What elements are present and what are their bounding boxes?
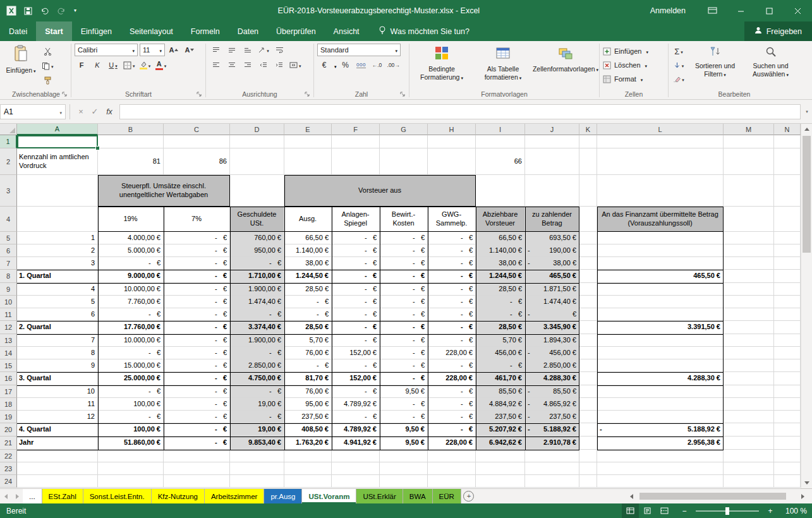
column-header-C[interactable]: C <box>164 124 230 135</box>
cell-N11[interactable] <box>774 308 801 321</box>
row-header-19[interactable]: 19 <box>0 411 17 423</box>
decrease-decimal-button[interactable] <box>386 59 401 71</box>
cell-I14[interactable]: 456,00 € <box>476 347 525 359</box>
row-header-21[interactable]: 21 <box>0 437 17 450</box>
cell-N24[interactable] <box>774 475 801 488</box>
cell-D17[interactable]: - € <box>230 385 284 398</box>
cell-N17[interactable] <box>774 385 801 398</box>
cell-E19[interactable]: 237,50 € <box>284 411 332 423</box>
cell-K19[interactable] <box>579 411 597 423</box>
cell-K3[interactable] <box>579 175 597 207</box>
cell-C6[interactable]: - € <box>164 244 230 257</box>
cell-G23[interactable] <box>380 462 428 475</box>
cell-N20[interactable] <box>774 423 801 437</box>
increase-indent-icon[interactable] <box>272 59 286 71</box>
cell-F23[interactable] <box>332 462 380 475</box>
copy-button[interactable] <box>40 59 55 72</box>
cell-A15[interactable]: 9 <box>17 359 98 372</box>
cell-D4[interactable]: Geschuldete USt. <box>230 207 284 232</box>
cell-A4[interactable] <box>17 207 98 232</box>
cell-M11[interactable] <box>724 308 774 321</box>
cell-N23[interactable] <box>774 462 801 475</box>
cell-M9[interactable] <box>724 283 774 296</box>
cell-E23[interactable] <box>284 462 332 475</box>
cell-I2[interactable]: 66 <box>476 148 525 175</box>
cell-A10[interactable]: 5 <box>17 296 98 308</box>
cell-F1[interactable] <box>332 135 380 148</box>
paste-button[interactable]: Einfügen <box>4 44 37 89</box>
merge-center-button[interactable] <box>288 59 303 71</box>
cell-J14[interactable]: -456,00 € <box>525 347 579 359</box>
cell-G1[interactable] <box>380 135 428 148</box>
decrease-font-size-button[interactable] <box>183 44 197 56</box>
cell-F20[interactable]: 4.789,92 € <box>332 423 380 437</box>
cell-H5[interactable]: - € <box>428 232 476 244</box>
cell-B24[interactable] <box>98 475 164 488</box>
cell-J6[interactable]: -190,00 € <box>525 244 579 257</box>
cell-C7[interactable]: - € <box>164 257 230 270</box>
cell-styles-button[interactable]: Zellenformatvorlagen <box>535 44 596 89</box>
cell-B7[interactable]: - € <box>98 257 164 270</box>
tell-me-box[interactable]: Was möchten Sie tun? <box>379 21 470 41</box>
cell-A17[interactable]: 10 <box>17 385 98 398</box>
cell-H10[interactable]: - € <box>428 296 476 308</box>
cell-H13[interactable]: - € <box>428 334 476 347</box>
sheet-tab-EÜR[interactable]: EÜR <box>433 489 461 503</box>
cell-L7[interactable] <box>597 257 724 270</box>
cell-H15[interactable]: - € <box>428 359 476 372</box>
cell-I18[interactable]: 4.884,92 € <box>476 398 525 411</box>
formula-input[interactable] <box>119 104 801 119</box>
cell-A9[interactable]: 4 <box>17 283 98 296</box>
cell-L22[interactable] <box>597 450 724 462</box>
cell-M15[interactable] <box>724 359 774 372</box>
align-center-icon[interactable] <box>225 59 239 71</box>
cell-J9[interactable]: 1.871,50 € <box>525 283 579 296</box>
cell-E1[interactable] <box>284 135 332 148</box>
column-header-K[interactable]: K <box>579 124 597 135</box>
cell-E2[interactable] <box>284 148 332 175</box>
cell-N19[interactable] <box>774 411 801 423</box>
row-header-9[interactable]: 9 <box>0 283 17 296</box>
cell-D21[interactable]: 9.853,40 € <box>230 437 284 450</box>
row-header-23[interactable]: 23 <box>0 462 17 475</box>
cell-J19[interactable]: -237,50 € <box>525 411 579 423</box>
column-header-B[interactable]: B <box>98 124 164 135</box>
cell-B12[interactable]: 17.760,00 € <box>98 321 164 334</box>
cell-N15[interactable] <box>774 359 801 372</box>
cell-E17[interactable]: 76,00 € <box>284 385 332 398</box>
cell-J21[interactable]: 2.910,78 € <box>525 437 579 450</box>
sheet-tab-Kfz-Nutzung[interactable]: Kfz-Nutzung <box>152 489 205 503</box>
cell-H24[interactable] <box>428 475 476 488</box>
cell-N10[interactable] <box>774 296 801 308</box>
cell-H17[interactable]: - € <box>428 385 476 398</box>
ribbon-tab-überprüfen[interactable]: Überprüfen <box>267 21 325 41</box>
cell-K24[interactable] <box>579 475 597 488</box>
cell-B17[interactable]: - € <box>98 385 164 398</box>
cell-G14[interactable]: - € <box>380 347 428 359</box>
cell-C10[interactable]: - € <box>164 296 230 308</box>
cell-G6[interactable]: - € <box>380 244 428 257</box>
cell-F22[interactable] <box>332 450 380 462</box>
cell-E11[interactable]: - € <box>284 308 332 321</box>
cell-F2[interactable] <box>332 148 380 175</box>
cell-I3[interactable] <box>476 175 525 207</box>
cell-G11[interactable]: - € <box>380 308 428 321</box>
cell-E12[interactable]: 28,50 € <box>284 321 332 334</box>
cell-G13[interactable]: - € <box>380 334 428 347</box>
cell-D14[interactable]: - € <box>230 347 284 359</box>
zoom-slider[interactable] <box>696 510 759 512</box>
cell-F15[interactable]: - € <box>332 359 380 372</box>
zoom-slider-thumb[interactable] <box>725 507 729 515</box>
bold-button[interactable]: F <box>75 59 88 71</box>
row-header-8[interactable]: 8 <box>0 270 17 283</box>
cell-M7[interactable] <box>724 257 774 270</box>
cell-L13[interactable] <box>597 334 724 347</box>
cell-D9[interactable]: 1.900,00 € <box>230 283 284 296</box>
cell-K5[interactable] <box>579 232 597 244</box>
row-header-16[interactable]: 16 <box>0 372 17 385</box>
cell-G24[interactable] <box>380 475 428 488</box>
cell-E22[interactable] <box>284 450 332 462</box>
cell-K13[interactable] <box>579 334 597 347</box>
number-dialog-launcher[interactable] <box>400 92 406 97</box>
cell-H4[interactable]: GWG-Sammelp. <box>428 207 476 232</box>
